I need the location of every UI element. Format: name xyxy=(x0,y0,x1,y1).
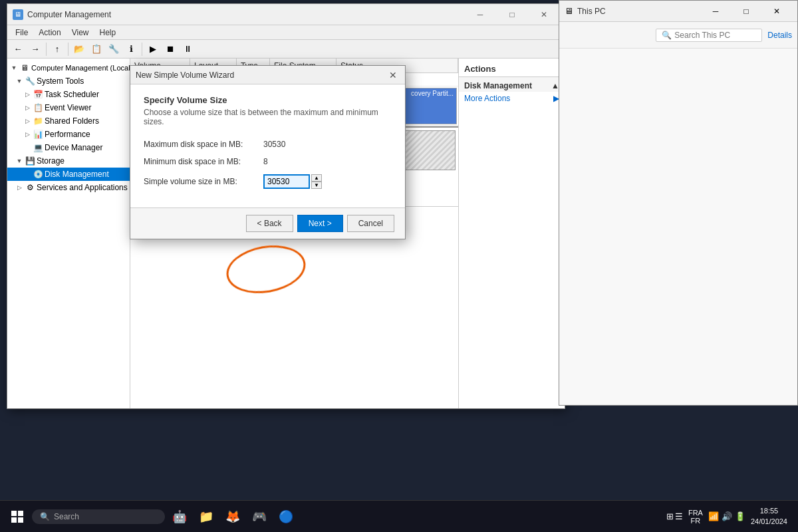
taskbar-volume-icon[interactable]: 🔊 xyxy=(722,511,732,521)
start-button[interactable] xyxy=(5,505,29,529)
taskbar-game-btn[interactable]: 🎮 xyxy=(247,505,271,529)
menu-help[interactable]: Help xyxy=(94,25,122,40)
system-tools-icon: 🔧 xyxy=(25,76,35,86)
toolbar-btn-3[interactable]: 🔧 xyxy=(106,41,122,57)
taskbar-language-indicator[interactable]: FRA FR xyxy=(688,509,703,525)
disk0-recovery-label: covery Partit... xyxy=(411,90,454,97)
actions-title: Actions xyxy=(459,59,565,77)
taskbar-search-label: Search xyxy=(54,512,79,521)
taskbar-copilot-icon[interactable]: 🤖 xyxy=(168,505,192,529)
wizard-size-input[interactable] xyxy=(263,174,310,189)
expand-icon-performance: ▷ xyxy=(23,130,31,138)
cm-close-btn[interactable]: ✕ xyxy=(529,4,559,25)
taskbar-time: 18:55 xyxy=(751,506,787,516)
explorer-title: This PC xyxy=(577,7,700,16)
taskbar-firefox-btn[interactable]: 🦊 xyxy=(221,505,245,529)
sidebar-item-shared-folders[interactable]: ▷ 📁 Shared Folders xyxy=(7,114,130,128)
actions-panel: Actions Disk Management ▲ More Actions ▶ xyxy=(458,59,565,408)
taskbar-battery-icon[interactable]: 🔋 xyxy=(735,511,745,521)
wizard-max-space-row: Maximum disk space in MB: 30530 xyxy=(144,140,392,149)
wizard-spinner-up[interactable]: ▲ xyxy=(311,174,322,182)
explorer-search-box[interactable]: 🔍 xyxy=(656,29,762,42)
toolbar-up-btn[interactable]: ↑ xyxy=(49,41,65,57)
event-viewer-icon: 📋 xyxy=(33,102,43,113)
explorer-minimize-btn[interactable]: ─ xyxy=(700,1,731,22)
wizard-min-value: 8 xyxy=(263,157,268,166)
shared-folders-icon: 📁 xyxy=(33,116,43,126)
sidebar-item-disk-management[interactable]: 💿 Disk Management xyxy=(7,168,130,181)
wizard-next-btn[interactable]: Next > xyxy=(297,215,343,232)
sidebar-item-event-viewer[interactable]: ▷ 📋 Event Viewer xyxy=(7,101,130,114)
explorer-close-btn[interactable]: ✕ xyxy=(761,1,792,22)
taskbar-network-icon[interactable]: 📶 xyxy=(708,511,719,521)
toolbar-separator-3 xyxy=(142,43,142,56)
storage-icon: 💾 xyxy=(25,156,35,166)
sidebar-item-device-manager[interactable]: 💻 Device Manager xyxy=(7,141,130,154)
wizard-close-btn[interactable]: ✕ xyxy=(386,68,400,82)
sidebar-item-storage[interactable]: ▼ 💾 Storage xyxy=(7,154,130,168)
sidebar-label-device-manager: Device Manager xyxy=(45,143,102,152)
menu-file[interactable]: File xyxy=(10,25,33,40)
taskbar-system-icons: 📶 🔊 🔋 xyxy=(708,511,745,521)
sidebar-label-performance: Performance xyxy=(45,130,90,139)
sidebar-item-services-apps[interactable]: ▷ ⚙ Services and Applications xyxy=(7,181,130,194)
toolbar-forward-btn[interactable]: → xyxy=(27,41,43,57)
toolbar-btn-6[interactable]: ⏹ xyxy=(162,41,178,57)
actions-more-actions-btn[interactable]: More Actions ▶ xyxy=(459,92,565,105)
wizard-spinner-down[interactable]: ▼ xyxy=(311,182,322,189)
sidebar-label-disk-management: Disk Management xyxy=(45,170,109,179)
explorer-details-btn[interactable]: Details xyxy=(767,31,792,40)
toolbar-btn-4[interactable]: ℹ xyxy=(123,41,139,57)
toolbar-btn-5[interactable]: ▶ xyxy=(145,41,161,57)
toolbar-btn-7[interactable]: ⏸ xyxy=(180,41,196,57)
sidebar-item-task-scheduler[interactable]: ▷ 📅 Task Scheduler xyxy=(7,88,130,101)
wizard-title: New Simple Volume Wizard xyxy=(136,70,386,80)
taskbar-search-box[interactable]: 🔍 Search xyxy=(32,509,165,524)
sidebar-label-system-tools: System Tools xyxy=(37,76,84,86)
menu-view[interactable]: View xyxy=(66,25,94,40)
cm-window-icon: 🖥 xyxy=(13,9,23,20)
menu-action[interactable]: Action xyxy=(33,25,66,40)
explorer-search-input[interactable] xyxy=(674,31,754,40)
wizard-max-value: 30530 xyxy=(263,140,285,149)
toolbar-btn-2[interactable]: 📋 xyxy=(88,41,104,57)
actions-disk-mgmt-label: Disk Management xyxy=(464,81,532,90)
taskbar-app-btn[interactable]: 🔵 xyxy=(274,505,298,529)
explorer-controls: ─ □ ✕ xyxy=(700,1,792,22)
wizard-section-title: Specify Volume Size xyxy=(144,95,392,105)
wizard-cancel-btn[interactable]: Cancel xyxy=(347,215,394,232)
sidebar-item-system-tools[interactable]: ▼ 🔧 System Tools xyxy=(7,74,130,88)
expand-icon-event-viewer: ▷ xyxy=(23,104,31,112)
toolbar: ← → ↑ 📂 📋 🔧 ℹ ▶ ⏹ ⏸ xyxy=(7,40,565,59)
desktop: 🖥 This PC ─ □ ✕ 🔍 Details 🖥 Computer Man… xyxy=(0,0,798,532)
more-actions-label: More Actions xyxy=(464,94,510,103)
task-scheduler-icon: 📅 xyxy=(33,89,43,100)
expand-icon-cm: ▼ xyxy=(10,64,18,72)
explorer-icon: 🖥 xyxy=(565,6,573,16)
performance-icon: 📊 xyxy=(33,129,43,140)
expand-icon-shared-folders: ▷ xyxy=(23,117,31,125)
wizard-titlebar: New Simple Volume Wizard ✕ xyxy=(130,66,405,84)
sidebar-tree: ▼ 🖥 Computer Management (Local) ▼ 🔧 Syst… xyxy=(7,59,130,408)
wizard-spinner-buttons: ▲ ▼ xyxy=(311,174,322,189)
taskbar-list-icon: ☰ xyxy=(675,511,683,521)
sidebar-label-services-apps: Services and Applications xyxy=(37,183,128,192)
sidebar-item-computer-management[interactable]: ▼ 🖥 Computer Management (Local) xyxy=(7,61,130,74)
wizard-section-desc: Choose a volume size that is between the… xyxy=(144,108,392,126)
taskbar-file-explorer-btn[interactable]: 📁 xyxy=(194,505,218,529)
menubar: File Action View Help xyxy=(7,25,565,40)
toolbar-back-btn[interactable]: ← xyxy=(10,41,26,57)
wizard-back-btn[interactable]: < Back xyxy=(246,215,293,232)
taskbar-clock[interactable]: 18:55 24/01/2024 xyxy=(751,506,787,527)
taskbar: 🔍 Search 🤖 📁 🦊 🎮 🔵 ⊞ ☰ FRA FR 📶 🔊 🔋 18:5… xyxy=(0,500,798,532)
expand-icon-storage: ▼ xyxy=(15,157,23,165)
services-icon: ⚙ xyxy=(25,182,35,193)
taskbar-layout-icons[interactable]: ⊞ ☰ xyxy=(666,511,683,521)
cm-maximize-btn[interactable]: □ xyxy=(497,4,527,25)
sidebar-item-performance[interactable]: ▷ 📊 Performance xyxy=(7,128,130,141)
toolbar-show-hide-btn[interactable]: 📂 xyxy=(71,41,87,57)
wizard-size-input-group: ▲ ▼ xyxy=(263,174,322,189)
cm-minimize-btn[interactable]: ─ xyxy=(465,4,495,25)
wizard-size-row: Simple volume size in MB: ▲ ▼ xyxy=(144,174,392,189)
explorer-maximize-btn[interactable]: □ xyxy=(731,1,761,22)
